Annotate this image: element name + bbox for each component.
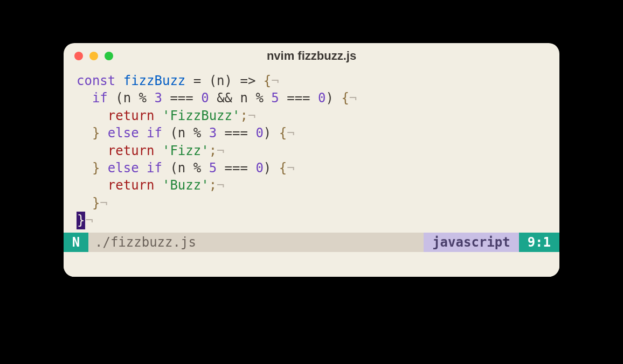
code-token: ===: [225, 125, 248, 141]
code-token: 0: [318, 90, 326, 106]
close-icon[interactable]: [74, 52, 83, 60]
code-token: [248, 125, 255, 141]
code-token: [155, 108, 162, 123]
code-token: [310, 90, 318, 106]
code-token: {: [341, 90, 349, 106]
code-token: (n: [108, 90, 139, 106]
maximize-icon[interactable]: [105, 52, 113, 60]
code-token: }: [92, 195, 100, 211]
code-token: ¬: [85, 213, 93, 228]
code-token: 0: [255, 125, 263, 141]
code-token: 0: [255, 160, 263, 176]
code-token: [77, 178, 108, 193]
code-token: 3: [155, 90, 162, 106]
code-token: 'Buzz': [162, 178, 209, 193]
code-line: return 'Fizz';¬: [77, 142, 546, 159]
code-token: [77, 195, 92, 211]
code-token: %: [255, 90, 263, 106]
code-token: ): [264, 160, 279, 176]
code-token: return: [108, 108, 155, 123]
code-token: n: [232, 90, 255, 106]
code-token: ¬: [248, 108, 255, 123]
code-line: return 'FizzBuzz';¬: [77, 107, 546, 124]
window-title: nvim fizzbuzz.js: [64, 49, 559, 63]
code-token: [77, 143, 108, 158]
code-token: fizzBuzz: [123, 73, 186, 88]
code-token: if: [92, 90, 108, 106]
code-token: ¬: [271, 73, 279, 88]
code-token: ;: [240, 108, 247, 123]
code-token: ¬: [349, 90, 357, 106]
code-token: {: [264, 73, 271, 88]
code-token: [100, 125, 107, 141]
code-token: [201, 125, 209, 141]
code-token: [139, 160, 147, 176]
code-token: [217, 160, 224, 176]
code-token: 5: [271, 90, 279, 106]
code-line: return 'Buzz';¬: [77, 177, 546, 194]
code-editor[interactable]: const fizzBuzz = (n) => {¬ if (n % 3 ===…: [64, 67, 559, 229]
code-token: (n: [162, 160, 193, 176]
code-line: if (n % 3 === 0 && n % 5 === 0) {¬: [77, 89, 546, 107]
code-token: [77, 125, 92, 141]
code-token: else: [108, 125, 139, 141]
code-token: }: [92, 125, 100, 141]
code-token: ;: [209, 178, 217, 193]
minimize-icon[interactable]: [89, 52, 98, 60]
code-token: ): [326, 90, 341, 106]
code-token: [155, 143, 162, 158]
code-token: [77, 90, 92, 106]
code-token: ===: [170, 90, 193, 106]
code-token: ¬: [217, 143, 224, 158]
statusbar-language: javascript: [424, 233, 519, 252]
code-token: [248, 160, 255, 176]
code-token: }: [92, 160, 100, 176]
code-token: [209, 90, 217, 106]
terminal-window: nvim fizzbuzz.js const fizzBuzz = (n) =>…: [64, 43, 559, 277]
code-token: if: [147, 160, 162, 176]
code-token: [77, 108, 108, 123]
code-token: ¬: [287, 160, 294, 176]
code-token: =: [193, 73, 201, 88]
code-token: [193, 90, 201, 106]
code-token: 0: [201, 90, 209, 106]
code-token: ): [264, 125, 279, 141]
traffic-lights: [74, 52, 113, 60]
code-token: [77, 160, 92, 176]
window-titlebar: nvim fizzbuzz.js: [64, 43, 559, 67]
code-token: [279, 90, 287, 106]
code-token: ===: [225, 160, 248, 176]
code-token: [162, 90, 170, 106]
code-token: [100, 160, 107, 176]
code-token: 5: [209, 160, 217, 176]
code-token: else: [108, 160, 139, 176]
code-token: if: [147, 125, 162, 141]
code-line: } else if (n % 5 === 0) {¬: [77, 159, 546, 177]
code-token: const: [77, 73, 115, 88]
code-line: } else if (n % 3 === 0) {¬: [77, 124, 546, 142]
statusbar-mode: N: [64, 233, 88, 252]
code-token: [155, 178, 162, 193]
code-token: ¬: [100, 195, 107, 211]
code-token: ¬: [217, 178, 224, 193]
code-token: return: [108, 178, 155, 193]
code-token: (n: [162, 125, 193, 141]
code-token: [255, 73, 263, 88]
window-padding: [64, 252, 559, 277]
code-token: ¬: [287, 125, 294, 141]
statusbar: N ./fizzbuzz.js javascript 9:1: [64, 233, 559, 252]
code-token: &&: [217, 90, 232, 106]
code-token: [147, 90, 154, 106]
code-line: }¬: [77, 212, 546, 229]
code-token: [217, 125, 224, 141]
statusbar-position: 9:1: [519, 233, 559, 252]
code-token: =>: [240, 73, 255, 88]
code-token: 'Fizz': [162, 143, 209, 158]
code-token: {: [279, 125, 287, 141]
code-token: ;: [209, 143, 217, 158]
code-token: {: [279, 160, 287, 176]
code-token: }: [77, 212, 85, 229]
statusbar-file: ./fizzbuzz.js: [88, 233, 424, 252]
code-token: [185, 73, 193, 88]
code-token: [115, 73, 123, 88]
